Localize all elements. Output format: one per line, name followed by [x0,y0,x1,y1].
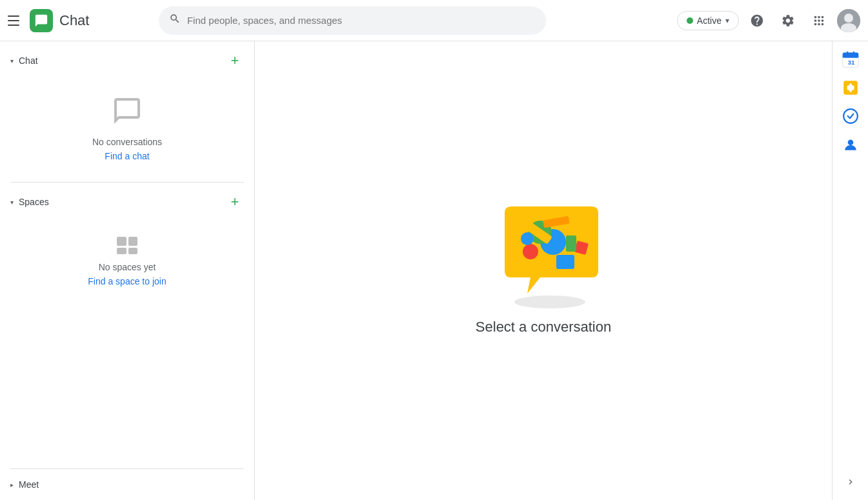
status-label: Active [697,15,722,26]
spaces-section-header[interactable]: ▾ Spaces + [0,183,254,216]
apps-button[interactable] [806,8,832,34]
svg-rect-11 [566,235,576,252]
chat-empty-state: No conversations Find a chat [0,75,254,182]
expand-panel-button[interactable] [838,469,863,495]
meet-expand-icon: ▸ [10,481,14,488]
chat-collapse-icon: ▾ [10,57,14,65]
contacts-icon [842,136,859,153]
tasks-icon [842,108,859,125]
keep-icon [842,79,859,96]
spaces-title-wrap: ▾ Spaces [10,197,49,207]
main-content: Select a conversation [255,41,832,500]
meet-title-wrap: ▸ Meet [10,479,39,490]
chat-section-title: Chat [19,55,38,66]
help-button[interactable] [744,8,770,34]
svg-rect-18 [853,52,854,54]
status-button[interactable]: Active ▾ [677,11,739,30]
add-chat-button[interactable]: + [226,52,244,70]
search-bar [159,6,546,35]
chevron-down-icon: ▾ [725,16,729,25]
svg-rect-8 [556,255,574,269]
chat-empty-icon [112,95,143,129]
spaces-empty-state: No spaces yet Find a space to join [0,216,254,307]
spaces-collapse-icon: ▾ [10,199,14,206]
svg-rect-17 [846,52,848,54]
spaces-empty-icon [117,237,137,254]
chat-logo-icon [34,14,48,28]
find-space-link[interactable]: Find a space to join [88,276,166,286]
calendar-icon: 31 [842,50,860,68]
svg-point-6 [523,244,538,259]
select-conversation-text: Select a conversation [476,319,611,335]
svg-rect-16 [842,56,858,58]
topbar-right: Active ▾ [677,8,860,34]
contacts-button[interactable] [838,132,863,157]
svg-point-22 [847,139,853,145]
topbar: Chat Active ▾ [0,0,868,41]
svg-point-12 [521,232,534,245]
sidebar: ▾ Chat + No conversations Find a chat [0,41,255,500]
body-wrap: ▾ Chat + No conversations Find a chat [0,41,868,500]
svg-point-21 [843,109,858,123]
conversation-illustration [492,206,595,303]
status-dot [687,17,693,24]
chat-title-wrap: ▾ Chat [10,55,38,66]
spaces-section-title: Spaces [19,197,49,207]
svg-text:31: 31 [847,59,854,66]
search-bar-wrap [159,6,546,35]
svg-point-1 [844,14,853,23]
chat-section-header[interactable]: ▾ Chat + [0,41,254,75]
avatar-image [837,9,860,32]
meet-section-header[interactable]: ▸ Meet [0,469,254,500]
app-logo [30,9,53,32]
chat-section: ▾ Chat + No conversations Find a chat [0,41,254,182]
search-icon [169,13,181,28]
topbar-left: Chat [8,9,89,32]
spaces-section: ▾ Spaces + No spaces yet Find a space to… [0,183,254,307]
chat-empty-text: No conversations [92,137,162,147]
right-panel: 31 [832,41,868,500]
hamburger-menu-button[interactable] [8,13,23,28]
avatar[interactable] [837,9,860,32]
app-title: Chat [59,12,89,29]
spaces-empty-text: No spaces yet [99,262,156,272]
add-space-button[interactable]: + [226,193,244,211]
search-input[interactable] [187,15,536,26]
tasks-button[interactable] [838,103,863,129]
svg-point-3 [514,295,585,308]
meet-section-title: Meet [19,479,39,490]
find-chat-link[interactable]: Find a chat [105,151,149,161]
settings-button[interactable] [775,8,801,34]
calendar-button[interactable]: 31 [838,46,863,72]
keep-button[interactable] [838,75,863,101]
